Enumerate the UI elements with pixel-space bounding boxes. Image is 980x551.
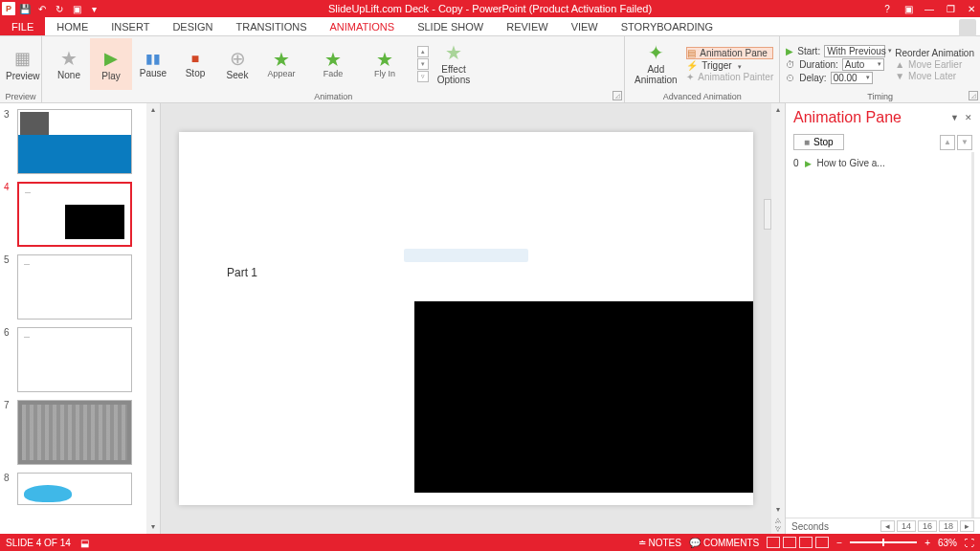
group-timing: ▶Start: With Previous ⏱Duration: Auto ⏲D… (780, 36, 980, 102)
tab-slideshow[interactable]: SLIDE SHOW (406, 17, 495, 35)
fade-label: Fade (323, 69, 344, 78)
zoom-in-button[interactable]: + (924, 538, 930, 548)
duration-input[interactable]: Auto (842, 58, 884, 71)
zoom-out-button[interactable]: − (836, 538, 842, 548)
thumb-4[interactable]: 4—★ (4, 182, 156, 247)
flyin-icon: ★ (376, 50, 393, 69)
minimize-icon[interactable]: — (923, 4, 936, 14)
delay-input[interactable]: 00.00 (831, 72, 873, 84)
pane-close-icon[interactable]: ✕ (965, 113, 972, 122)
group-label-timing: Timing (780, 92, 980, 102)
timing-dialog-launcher[interactable]: ◿ (969, 91, 978, 100)
normal-view-icon[interactable] (767, 537, 780, 548)
preview-label: Preview (6, 71, 40, 81)
pane-collapse-handle[interactable] (764, 199, 771, 230)
reorder-heading: Reorder Animation (895, 48, 974, 58)
slide-vertical-scrollbar[interactable]: ▴ ▾ ⩓ ⩔ (771, 103, 785, 534)
tab-home[interactable]: HOME (45, 17, 100, 35)
tab-insert[interactable]: INSERT (100, 17, 161, 35)
thumb-num-3: 3 (4, 109, 13, 120)
zoom-slider[interactable] (850, 541, 917, 543)
qat-more-icon[interactable]: ▾ (86, 1, 101, 16)
undo-icon[interactable]: ↶ (34, 1, 50, 16)
animation-dialog-launcher[interactable]: ◿ (612, 91, 622, 100)
start-from-beginning-icon[interactable]: ▣ (69, 1, 84, 16)
earlier-label: Move Earlier (908, 59, 962, 70)
fit-to-window-icon[interactable]: ⛶ (965, 538, 974, 548)
play-button[interactable]: ▶Play (90, 38, 132, 90)
pane-play-button[interactable]: ■Stop (793, 134, 844, 150)
animation-item-0[interactable]: 0 ▶ How to Give a... (793, 158, 972, 168)
down-icon: ▼ (895, 71, 904, 81)
preview-button[interactable]: ▦Preview (6, 48, 40, 81)
ribbon-options-icon[interactable]: ▣ (902, 4, 915, 14)
save-icon[interactable]: 💾 (17, 1, 33, 16)
slide-text-part1[interactable]: Part 1 (227, 266, 257, 279)
none-label: None (57, 70, 80, 80)
effect-appear[interactable]: ★Appear (258, 50, 304, 78)
spellcheck-icon[interactable]: ⬓ (80, 538, 89, 548)
move-earlier-button[interactable]: ▲Move Earlier (895, 59, 974, 70)
add-animation-button[interactable]: ✦Add Animation (631, 43, 680, 85)
slide-canvas[interactable]: Part 1 (179, 132, 753, 505)
embed-placeholder (404, 249, 528, 262)
close-icon[interactable]: ✕ (965, 4, 978, 14)
add-animation-label: Add Animation (631, 64, 680, 85)
ribbon-tabs: FILE HOME INSERT DESIGN TRANSITIONS ANIM… (0, 17, 980, 36)
pane-options-icon[interactable]: ▼ (950, 113, 959, 122)
reorder-down-button[interactable]: ▼ (957, 135, 972, 150)
play-icon: ▶ (104, 48, 118, 69)
notes-button[interactable]: ≐ NOTES (638, 538, 681, 548)
thumb-num-8: 8 (4, 473, 13, 483)
stop-button[interactable]: ■Stop (174, 51, 216, 78)
start-dropdown[interactable]: With Previous (824, 45, 885, 57)
effect-flyin[interactable]: ★Fly In (362, 50, 408, 78)
move-later-button[interactable]: ▼Move Later (895, 71, 974, 81)
thumb-6[interactable]: 6— (4, 327, 156, 392)
thumb-num-4: 4 (4, 182, 13, 192)
effect-fade[interactable]: ★Fade (310, 50, 356, 78)
tab-transitions[interactable]: TRANSITIONS (225, 17, 319, 35)
user-avatar[interactable] (959, 19, 976, 36)
trigger-button[interactable]: ⚡Trigger (686, 60, 773, 71)
comments-button[interactable]: 💬 COMMENTS (689, 538, 759, 548)
slide-video-object[interactable] (414, 301, 753, 493)
pause-button[interactable]: ▮▮Pause (132, 51, 174, 78)
thumb-5[interactable]: 5— (4, 254, 156, 320)
seek-button[interactable]: ⊕Seek (216, 49, 258, 80)
thumb-7[interactable]: 7 (4, 400, 156, 465)
tab-storyboarding[interactable]: STORYBOARDING (610, 17, 724, 35)
timeline-scroll-left[interactable]: ◂ (880, 520, 895, 532)
animation-pane-toggle[interactable]: ▤Animation Pane (686, 47, 773, 59)
group-preview: ▦Preview Preview (0, 36, 42, 102)
ribbon: ▦Preview Preview ★None ▶Play ▮▮Pause ■St… (0, 36, 980, 103)
gallery-scroll[interactable]: ▴▾▿ (417, 46, 429, 82)
none-button[interactable]: ★None (48, 49, 90, 80)
group-label-preview: Preview (0, 92, 41, 102)
sorter-view-icon[interactable] (783, 537, 796, 548)
slideshow-view-icon[interactable] (815, 537, 829, 548)
restore-icon[interactable]: ❐ (944, 4, 957, 14)
redo-icon[interactable]: ↻ (52, 1, 67, 16)
reorder-up-button[interactable]: ▲ (940, 135, 955, 150)
frame-14: 14 (897, 520, 916, 532)
zoom-level[interactable]: 63% (938, 538, 957, 548)
effect-options-button[interactable]: ★Effect Options (429, 43, 479, 85)
thumbnail-scrollbar[interactable]: ▴▾ (146, 103, 160, 534)
slide-counter[interactable]: SLIDE 4 OF 14 (6, 538, 71, 548)
view-mode-icons (767, 537, 829, 548)
tab-review[interactable]: REVIEW (495, 17, 559, 35)
tab-file[interactable]: FILE (0, 17, 45, 35)
thumb-8[interactable]: 8 (4, 473, 156, 505)
help-icon[interactable]: ? (880, 4, 894, 14)
tab-view[interactable]: VIEW (560, 17, 610, 35)
thumb-3[interactable]: 3 (4, 109, 156, 174)
start-value: With Previous (827, 46, 886, 56)
timeline-scroll-right[interactable]: ▸ (960, 520, 974, 532)
reading-view-icon[interactable] (799, 537, 813, 548)
thumb-num-6: 6 (4, 327, 13, 338)
animation-painter-button[interactable]: ✦Animation Painter (686, 72, 773, 82)
tab-design[interactable]: DESIGN (161, 17, 224, 35)
anim-item-index: 0 (793, 158, 799, 168)
tab-animations[interactable]: ANIMATIONS (319, 17, 407, 35)
